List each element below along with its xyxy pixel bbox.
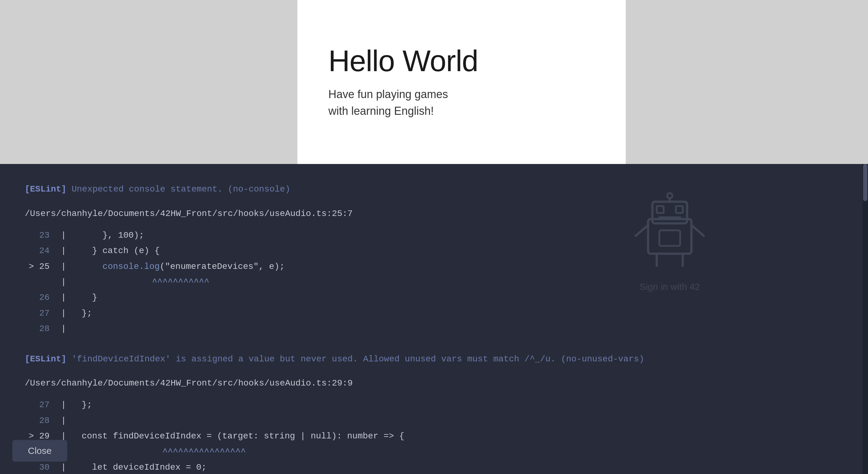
file-path-2: /Users/chanhyle/Documents/42HW_Front/src… bbox=[25, 378, 843, 388]
page-subtitle: Have fun playing games with learning Eng… bbox=[329, 86, 595, 120]
scrollbar[interactable] bbox=[862, 164, 868, 474]
console-area: Sign in with 42 [ESLint] Unexpected cons… bbox=[0, 164, 868, 474]
code-line: | ^^^^^^^^^^^^^^^^ bbox=[25, 444, 843, 460]
svg-point-3 bbox=[667, 193, 673, 198]
code-block-1: 23 | }, 100); 24 | } catch (e) { > 25 | … bbox=[25, 228, 843, 337]
eslint-error-2: [ESLint] 'findDeviceIdIndex' is assigned… bbox=[25, 352, 843, 366]
code-line: 28 | bbox=[25, 321, 843, 337]
code-line: 30 | let deviceIdIndex = 0; bbox=[25, 460, 843, 474]
code-line: 24 | } catch (e) { bbox=[25, 243, 843, 259]
preview-content: Hello World Have fun playing games with … bbox=[298, 0, 626, 164]
code-line-active: > 25 | console.log("enumerateDevices", e… bbox=[25, 259, 843, 274]
eslint-error-1: [ESLint] Unexpected console statement. (… bbox=[25, 182, 843, 197]
code-line: 27 | }; bbox=[25, 397, 843, 413]
svg-line-11 bbox=[691, 225, 705, 236]
preview-area: Hello World Have fun playing games with … bbox=[0, 0, 868, 164]
preview-left bbox=[0, 0, 298, 164]
page-title: Hello World bbox=[329, 44, 595, 77]
sign-in-text: Sign in with 42 bbox=[640, 281, 700, 292]
file-path-1: /Users/chanhyle/Documents/42HW_Front/src… bbox=[25, 209, 843, 218]
scrollbar-thumb[interactable] bbox=[863, 164, 867, 201]
code-line: 26 | } bbox=[25, 290, 843, 305]
preview-right bbox=[626, 0, 868, 164]
svg-rect-4 bbox=[657, 206, 663, 213]
code-block-2: 27 | }; 28 | > 29 | const findDeviceIdIn… bbox=[25, 397, 843, 474]
svg-line-10 bbox=[635, 225, 648, 236]
eslint-tag-1: [ESLint] bbox=[25, 184, 66, 194]
robot-overlay: Sign in with 42 bbox=[626, 189, 713, 292]
robot-icon bbox=[626, 189, 713, 275]
close-button[interactable]: Close bbox=[12, 440, 67, 462]
code-line: 27 | }; bbox=[25, 306, 843, 321]
code-line: | ^^^^^^^^^^^ bbox=[25, 274, 843, 290]
eslint-tag-2: [ESLint] bbox=[25, 354, 66, 364]
code-line: 28 | bbox=[25, 413, 843, 429]
code-line-active: > 29 | const findDeviceIdIndex = (target… bbox=[25, 429, 843, 444]
svg-rect-7 bbox=[659, 230, 680, 246]
svg-rect-5 bbox=[676, 206, 683, 213]
code-line: 23 | }, 100); bbox=[25, 228, 843, 243]
